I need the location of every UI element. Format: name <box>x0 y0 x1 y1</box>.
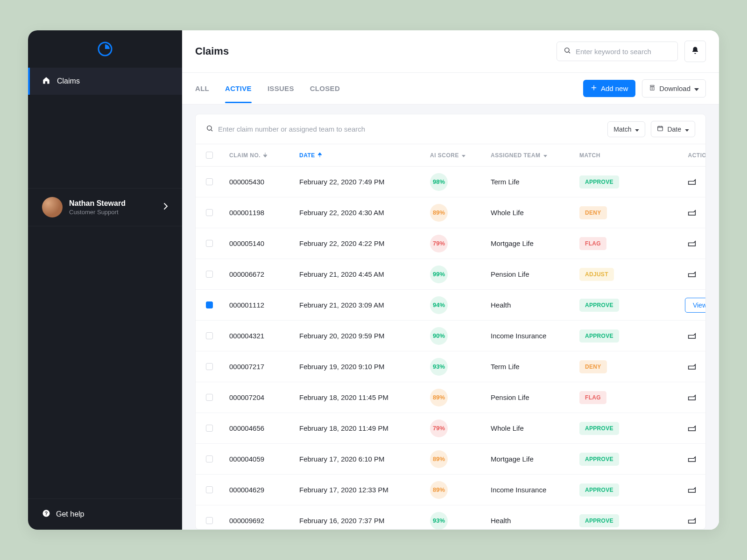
open-box-icon[interactable] <box>688 240 696 247</box>
table-row: 000004059February 17, 2020 6:10 PM89%Mor… <box>196 444 705 475</box>
cell-claim-no: 000004629 <box>229 486 299 494</box>
cell-match: APPROVE <box>579 175 659 189</box>
cell-ai-score: 89% <box>430 204 491 222</box>
select-all-checkbox[interactable] <box>206 152 229 159</box>
download-button[interactable]: Download <box>642 79 706 98</box>
column-header-claim-no[interactable]: CLAIM NO. <box>229 152 299 159</box>
open-box-icon[interactable] <box>688 271 696 278</box>
cell-ai-score: 93% <box>430 358 491 376</box>
table-row: 000001112February 21, 2020 3:09 AM94%Hea… <box>196 290 705 321</box>
cell-actions: View <box>659 298 705 313</box>
cell-date: February 18, 2020 11:49 PM <box>299 424 430 432</box>
date-filter-button[interactable]: Date <box>651 121 695 137</box>
row-checkbox[interactable] <box>206 178 229 185</box>
cell-date: February 16, 2020 7:37 PM <box>299 517 430 525</box>
table-search-input[interactable] <box>218 125 602 133</box>
chevron-down-icon <box>635 126 639 133</box>
column-header-match[interactable]: MATCH <box>579 152 659 159</box>
open-box-icon[interactable] <box>688 518 696 524</box>
cell-date: February 22, 2020 4:22 PM <box>299 239 430 247</box>
table-search[interactable] <box>206 125 602 134</box>
row-checkbox[interactable] <box>206 271 229 278</box>
cell-date: February 21, 2020 4:45 AM <box>299 270 430 278</box>
cell-date: February 20, 2020 9:59 PM <box>299 332 430 340</box>
cell-ai-score: 89% <box>430 450 491 468</box>
cell-actions <box>659 425 705 432</box>
row-checkbox[interactable] <box>206 363 229 370</box>
cell-match: FLAG <box>579 391 659 404</box>
cell-actions <box>659 456 705 462</box>
cell-claim-no: 000004656 <box>229 424 299 432</box>
column-header-actions: ACTIONS <box>659 152 706 159</box>
open-box-icon[interactable] <box>688 210 696 216</box>
open-box-icon[interactable] <box>688 364 696 370</box>
notifications-button[interactable] <box>684 41 706 62</box>
open-box-icon[interactable] <box>688 333 696 339</box>
tab-closed[interactable]: CLOSED <box>310 74 340 103</box>
add-new-button[interactable]: Add new <box>583 80 635 97</box>
page-title: Claims <box>195 45 229 57</box>
search-input[interactable] <box>576 48 671 56</box>
view-button[interactable]: View <box>685 298 705 313</box>
open-box-icon[interactable] <box>688 179 696 185</box>
sort-up-icon <box>318 152 322 159</box>
avatar <box>42 197 63 217</box>
svg-text:?: ? <box>45 511 48 516</box>
cell-ai-score: 94% <box>430 296 491 314</box>
cell-assigned-team: Term Life <box>491 178 579 186</box>
row-checkbox[interactable] <box>206 209 229 216</box>
row-checkbox[interactable] <box>206 240 229 247</box>
bell-icon <box>691 46 699 56</box>
cell-assigned-team: Mortgage Life <box>491 239 579 247</box>
cell-match: APPROVE <box>579 483 659 497</box>
column-header-date[interactable]: DATE <box>299 152 430 159</box>
cell-ai-score: 90% <box>430 327 491 345</box>
row-checkbox[interactable] <box>206 486 229 493</box>
open-box-icon[interactable] <box>688 487 696 493</box>
chevron-right-icon <box>163 203 168 212</box>
logo-icon <box>96 40 114 58</box>
cell-claim-no: 000001198 <box>229 209 299 217</box>
app-window: Claims Nathan Steward Customer Support ?… <box>28 30 719 530</box>
main: Claims ALLACTIVEISSUESCLOSED <box>182 30 719 530</box>
row-checkbox[interactable] <box>206 394 229 401</box>
tab-active[interactable]: ACTIVE <box>225 74 252 103</box>
global-search[interactable] <box>557 42 678 61</box>
cell-ai-score: 89% <box>430 481 491 499</box>
column-header-ai-score[interactable]: AI SCORE <box>430 152 491 159</box>
column-header-assigned-team[interactable]: ASSIGNED TEAM <box>491 152 579 159</box>
match-filter-button[interactable]: Match <box>607 121 645 137</box>
sidebar-user-card[interactable]: Nathan Steward Customer Support <box>28 188 182 226</box>
tabbar: ALLACTIVEISSUESCLOSED Add new Download <box>182 73 719 105</box>
row-checkbox[interactable] <box>206 517 229 524</box>
table-filter-row: Match Date <box>196 114 705 144</box>
sidebar-item-claims[interactable]: Claims <box>28 68 182 95</box>
cell-match: APPROVE <box>579 422 659 435</box>
cell-actions <box>659 333 705 339</box>
search-icon <box>206 125 213 134</box>
cell-claim-no: 000005140 <box>229 239 299 247</box>
open-box-icon[interactable] <box>688 456 696 462</box>
claims-table: Match Date CLAIM NO. <box>195 114 706 530</box>
row-checkbox[interactable] <box>206 425 229 432</box>
table-header: CLAIM NO. DATE AI SCORE ASSIGNED TEAM <box>196 144 705 167</box>
cell-actions <box>659 518 705 524</box>
cell-ai-score: 79% <box>430 235 491 252</box>
cell-claim-no: 000004059 <box>229 455 299 463</box>
cell-assigned-team: Term Life <box>491 363 579 371</box>
open-box-icon[interactable] <box>688 425 696 432</box>
row-checkbox[interactable] <box>206 301 229 308</box>
cell-actions <box>659 271 705 278</box>
table-row: 000001198February 22, 2020 4:30 AM89%Who… <box>196 197 705 228</box>
cell-match: APPROVE <box>579 514 659 527</box>
row-checkbox[interactable] <box>206 455 229 462</box>
tab-issues[interactable]: ISSUES <box>268 74 294 103</box>
cell-assigned-team: Health <box>491 517 579 525</box>
open-box-icon[interactable] <box>688 394 696 401</box>
sidebar-item-help[interactable]: ? Get help <box>28 498 182 530</box>
table-row: 000004629February 17, 2020 12:33 PM89%In… <box>196 475 705 505</box>
cell-match: ADJUST <box>579 268 659 281</box>
svg-point-3 <box>565 48 569 52</box>
row-checkbox[interactable] <box>206 332 229 339</box>
tab-all[interactable]: ALL <box>195 74 209 103</box>
